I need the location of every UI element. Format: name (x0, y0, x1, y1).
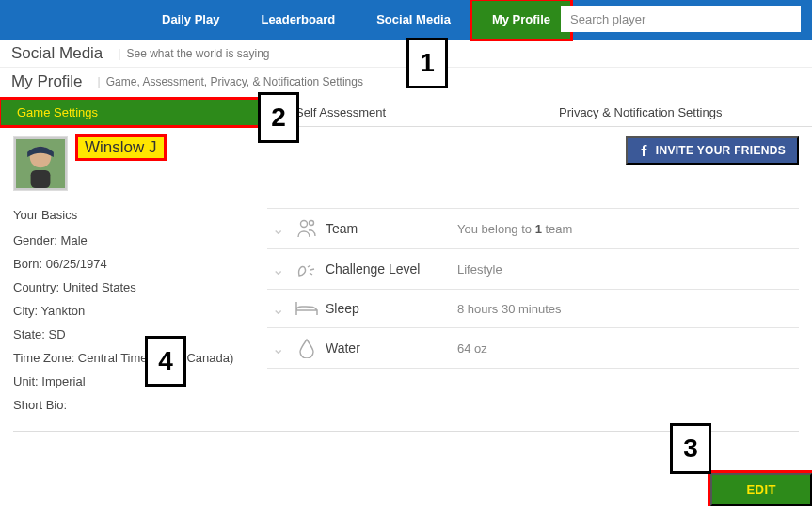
profile-title: My Profile (11, 72, 83, 91)
nav-daily-play[interactable]: Daily Play (141, 0, 240, 40)
basics-column: Your Basics Gender: Male Born: 06/25/197… (13, 208, 267, 421)
sleep-value: 8 hours 30 minutes (457, 302, 799, 316)
basic-bio: Short Bio: (13, 398, 267, 412)
basics-title: Your Basics (13, 208, 267, 222)
profile-sub: Game, Assessment, Privacy, & Notificatio… (106, 75, 363, 88)
search-wrap (561, 6, 801, 32)
sleep-label: Sleep (326, 301, 457, 316)
annotation-callout-2: 2 (258, 92, 299, 143)
water-label: Water (326, 340, 457, 356)
info-column: ⌄ Team You belong to 1 team ⌄ Challenge … (267, 208, 799, 421)
facebook-icon (639, 145, 650, 156)
annotation-callout-3: 3 (670, 423, 711, 474)
settings-tabs: Game Settings Self Assessment Privacy & … (0, 99, 812, 127)
info-row-water[interactable]: ⌄ Water 64 oz (267, 328, 799, 369)
edit-button[interactable]: EDIT (710, 473, 812, 506)
basic-timezone: Time Zone: Central Time (US & Canada) (13, 351, 267, 365)
basic-country: Country: United States (13, 280, 267, 294)
team-label: Team (326, 221, 457, 236)
basic-gender: Gender: Male (13, 233, 267, 247)
chevron-down-icon: ⌄ (267, 220, 288, 238)
invite-friends-button[interactable]: INVITE YOUR FRIENDS (626, 136, 799, 165)
avatar-image (16, 139, 65, 188)
svg-point-3 (301, 221, 308, 228)
info-row-sleep[interactable]: ⌄ Sleep 8 hours 30 minutes (267, 290, 799, 328)
basic-born: Born: 06/25/1974 (13, 257, 267, 271)
water-icon (288, 338, 326, 358)
annotation-callout-4: 4 (145, 336, 186, 387)
sleep-icon (288, 299, 326, 318)
annotation-callout-1: 1 (406, 38, 448, 88)
svg-point-4 (310, 221, 314, 226)
tab-game-settings[interactable]: Game Settings (0, 99, 279, 126)
search-input[interactable] (561, 6, 801, 32)
content-area: INVITE YOUR FRIENDS Winslow J 4 Your Bas… (0, 127, 812, 432)
challenge-label: Challenge Level (326, 261, 457, 277)
info-row-challenge[interactable]: ⌄ Challenge Level Lifestyle (267, 249, 799, 290)
username: Winslow J (77, 136, 165, 159)
basic-unit: Unit: Imperial (13, 374, 267, 388)
social-sub: See what the world is saying (126, 47, 269, 60)
basic-city: City: Yankton (13, 304, 267, 318)
nav-social-media[interactable]: Social Media (356, 0, 471, 40)
challenge-icon (288, 259, 326, 279)
avatar (13, 136, 68, 191)
chevron-down-icon: ⌄ (267, 340, 288, 357)
team-value: You belong to 1 team (457, 222, 799, 236)
tab-self-assessment[interactable]: Self Assessment (279, 99, 542, 126)
divider: | (98, 75, 101, 88)
nav-leaderboard[interactable]: Leaderboard (240, 0, 356, 40)
top-nav: Daily Play Leaderboard Social Media My P… (0, 0, 812, 40)
info-row-team[interactable]: ⌄ Team You belong to 1 team (267, 208, 799, 249)
basic-state: State: SD (13, 327, 267, 341)
columns: Your Basics Gender: Male Born: 06/25/197… (13, 208, 799, 421)
tab-privacy-notification[interactable]: Privacy & Notification Settings (542, 99, 812, 126)
challenge-value: Lifestyle (457, 262, 799, 277)
nav-my-profile[interactable]: My Profile (471, 0, 571, 40)
invite-label: INVITE YOUR FRIENDS (656, 144, 786, 157)
chevron-down-icon: ⌄ (267, 261, 288, 278)
team-icon (288, 218, 326, 239)
chevron-down-icon: ⌄ (267, 300, 288, 318)
water-value: 64 oz (457, 341, 799, 356)
divider: | (118, 47, 120, 60)
social-title: Social Media (11, 44, 103, 63)
svg-rect-2 (31, 170, 51, 188)
